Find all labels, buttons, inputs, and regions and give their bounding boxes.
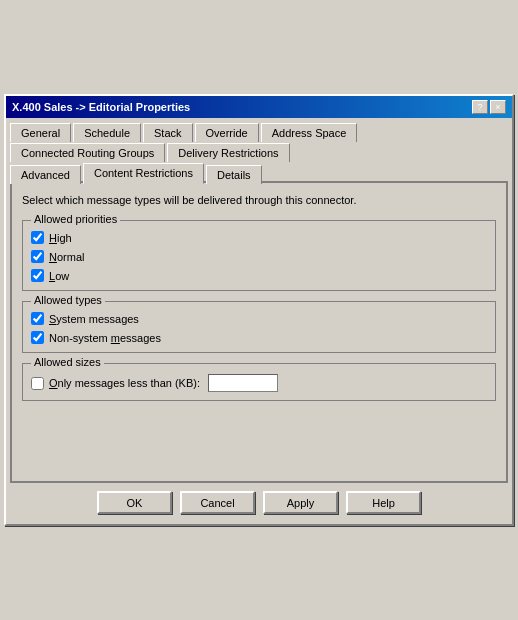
apply-button[interactable]: Apply — [263, 491, 338, 514]
description-text: Select which message types will be deliv… — [22, 193, 496, 208]
spacer — [22, 411, 496, 471]
cancel-button[interactable]: Cancel — [180, 491, 255, 514]
tab-connected-routing-groups[interactable]: Connected Routing Groups — [10, 143, 165, 162]
tab-address-space[interactable]: Address Space — [261, 123, 358, 142]
allowed-sizes-group: Allowed sizes Only messages less than (K… — [22, 363, 496, 401]
type-system-label: System messages — [49, 313, 139, 325]
tab-details[interactable]: Details — [206, 165, 262, 184]
type-system-row: System messages — [31, 312, 487, 325]
help-button[interactable]: Help — [346, 491, 421, 514]
priority-normal-checkbox[interactable] — [31, 250, 44, 263]
tab-row-1: General Schedule Stack Override Address … — [10, 122, 508, 141]
dialog-window: X.400 Sales -> Editorial Properties ? × … — [4, 94, 514, 526]
tab-content-panel: Select which message types will be deliv… — [10, 181, 508, 483]
priority-normal-label: Normal — [49, 251, 84, 263]
priority-low-row: Low — [31, 269, 487, 282]
tab-override[interactable]: Override — [195, 123, 259, 142]
tab-delivery-restrictions[interactable]: Delivery Restrictions — [167, 143, 289, 162]
type-system-checkbox[interactable] — [31, 312, 44, 325]
allowed-priorities-group: Allowed priorities High Normal Low — [22, 220, 496, 291]
allowed-types-group: Allowed types System messages Non-system… — [22, 301, 496, 353]
type-nonsystem-checkbox[interactable] — [31, 331, 44, 344]
close-title-button[interactable]: × — [490, 100, 506, 114]
tab-row-2: Connected Routing Groups Delivery Restri… — [10, 142, 508, 161]
dialog-content: General Schedule Stack Override Address … — [6, 118, 512, 524]
tab-advanced[interactable]: Advanced — [10, 165, 81, 184]
title-bar: X.400 Sales -> Editorial Properties ? × — [6, 96, 512, 118]
tab-row-3: Advanced Content Restrictions Details — [10, 162, 508, 183]
priority-normal-row: Normal — [31, 250, 487, 263]
type-nonsystem-row: Non-system messages — [31, 331, 487, 344]
priority-high-label: High — [49, 232, 72, 244]
allowed-priorities-label: Allowed priorities — [31, 213, 120, 225]
sizes-row: Only messages less than (KB): — [31, 374, 487, 392]
allowed-sizes-label: Allowed sizes — [31, 356, 104, 368]
help-title-button[interactable]: ? — [472, 100, 488, 114]
allowed-types-label: Allowed types — [31, 294, 105, 306]
sizes-checkbox[interactable] — [31, 377, 44, 390]
tab-content-restrictions[interactable]: Content Restrictions — [83, 163, 204, 184]
priority-low-checkbox[interactable] — [31, 269, 44, 282]
type-nonsystem-label: Non-system messages — [49, 332, 161, 344]
tab-schedule[interactable]: Schedule — [73, 123, 141, 142]
tab-stack[interactable]: Stack — [143, 123, 193, 142]
window-title: X.400 Sales -> Editorial Properties — [12, 101, 190, 113]
sizes-label: Only messages less than (KB): — [49, 377, 200, 389]
button-row: OK Cancel Apply Help — [10, 483, 508, 520]
ok-button[interactable]: OK — [97, 491, 172, 514]
tab-general[interactable]: General — [10, 123, 71, 142]
priority-high-checkbox[interactable] — [31, 231, 44, 244]
title-bar-buttons: ? × — [472, 100, 506, 114]
sizes-kb-input[interactable] — [208, 374, 278, 392]
priority-low-label: Low — [49, 270, 69, 282]
priority-high-row: High — [31, 231, 487, 244]
